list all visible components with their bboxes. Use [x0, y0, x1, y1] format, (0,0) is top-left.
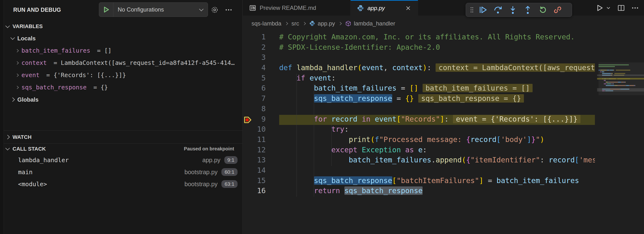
- views-and-more-actions-button[interactable]: [224, 5, 234, 15]
- gutter-line-11[interactable]: 11: [243, 135, 279, 146]
- gutter-line-5[interactable]: 5: [243, 74, 279, 84]
- gutter-line-6[interactable]: 6: [243, 84, 279, 94]
- step-over-button[interactable]: [490, 4, 506, 15]
- close-icon[interactable]: [405, 5, 412, 11]
- code-token: :: [422, 146, 427, 154]
- editor-group: Preview README.mdapp.py sqs-lambdasrcapp…: [243, 0, 644, 234]
- code-token: [: [575, 156, 579, 164]
- code-lines[interactable]: # Copyright Amazon.com, Inc. or its affi…: [279, 33, 595, 197]
- start-debugging-icon[interactable]: [99, 3, 113, 16]
- gutter-line-4[interactable]: 4: [243, 63, 279, 74]
- breadcrumb-item-lambda-handler[interactable]: lambda_handler: [345, 20, 395, 27]
- code-line-2[interactable]: # SPDX-License-Identifier: Apache-2.0: [279, 43, 595, 53]
- run-dropdown-chevron[interactable]: [606, 5, 611, 11]
- code-line-12[interactable]: except Exception as e:: [279, 146, 595, 156]
- code-line-4[interactable]: def lambda_handler(event, context):conte…: [279, 63, 595, 74]
- gripper-icon[interactable]: [468, 6, 476, 13]
- minimap-token: [609, 82, 618, 83]
- breadcrumb-item-app-py[interactable]: app.py: [309, 20, 335, 27]
- run-button[interactable]: [596, 3, 604, 12]
- breakpoint-paused-icon[interactable]: [243, 116, 252, 125]
- code-token: in: [362, 115, 370, 123]
- gutter-line-12[interactable]: 12: [243, 146, 279, 156]
- variable-row-batch-item-failures[interactable]: batch_item_failures = []: [0, 44, 242, 57]
- settings-gear-icon[interactable]: [210, 5, 220, 15]
- frame-function-name: lambda_handler: [18, 157, 69, 164]
- code-token: [358, 146, 362, 154]
- line-number: 8: [261, 105, 266, 113]
- code-token: ): [540, 135, 544, 144]
- minimap[interactable]: [598, 62, 644, 234]
- code-token: [358, 115, 362, 123]
- variable-row-event[interactable]: event = {'Records': [{...}]}: [0, 69, 242, 81]
- call-stack-header[interactable]: CALL STACK Paused on breakpoint: [0, 144, 242, 154]
- tab-preview-readme-md[interactable]: Preview README.md: [243, 0, 351, 16]
- code-token: if: [296, 74, 305, 82]
- minimap-line: [598, 82, 644, 83]
- debug-configuration-dropdown[interactable]: No Configurations: [99, 2, 208, 17]
- gutter-line-7[interactable]: 7: [243, 94, 279, 105]
- code-line-10[interactable]: try:: [279, 125, 595, 135]
- code-line-16[interactable]: return sqs_batch_response: [279, 186, 595, 197]
- code-token: sqs_batch_response: [314, 94, 392, 103]
- editor-tab-bar: Preview README.mdapp.py: [243, 0, 644, 16]
- chevron-expanded-icon: [5, 23, 10, 28]
- editor-gutter[interactable]: 12345678910111213141516: [243, 33, 279, 197]
- code-editor[interactable]: 12345678910111213141516 # Copyright Amaz…: [243, 31, 644, 234]
- gutter-line-1[interactable]: 1: [243, 33, 279, 43]
- code-line-7[interactable]: sqs_batch_response = {}sqs_batch_respons…: [279, 94, 595, 105]
- code-line-13[interactable]: batch_item_failures.append({"itemIdentif…: [279, 156, 595, 166]
- continue-button[interactable]: [476, 4, 490, 15]
- gutter-line-10[interactable]: 10: [243, 125, 279, 135]
- gutter-line-9[interactable]: 9: [243, 115, 279, 125]
- gutter-line-3[interactable]: 3: [243, 53, 279, 63]
- step-out-button[interactable]: [520, 4, 535, 15]
- split-editor-button[interactable]: [617, 4, 625, 12]
- variables-group-locals[interactable]: Locals: [0, 32, 242, 44]
- gutter-line-13[interactable]: 13: [243, 156, 279, 166]
- stack-frame-main[interactable]: mainbootstrap.py60:1: [0, 166, 242, 178]
- variable-row-sqs-batch-response[interactable]: sqs_batch_response = {}: [0, 81, 242, 94]
- code-line-9[interactable]: for record in event["Records"]:event = {…: [279, 115, 595, 125]
- code-token: "Processed message:: [379, 135, 466, 144]
- code-token: [: [392, 176, 396, 185]
- line-number: 9: [261, 115, 266, 123]
- breadcrumb-item-sqs-lambda[interactable]: sqs-lambda: [252, 20, 281, 27]
- code-line-11[interactable]: print(f"Processed message: {record['body…: [279, 135, 595, 146]
- stack-frame-lambda-handler[interactable]: lambda_handlerapp.py9:1: [0, 154, 242, 166]
- disconnect-button[interactable]: [550, 4, 565, 15]
- line-number: 12: [257, 146, 266, 154]
- gutter-line-8[interactable]: 8: [243, 105, 279, 115]
- variable-value: = {}: [90, 84, 108, 91]
- code-token: {: [466, 135, 470, 144]
- code-line-6[interactable]: batch_item_failures = []batch_item_failu…: [279, 84, 595, 94]
- step-into-button[interactable]: [506, 4, 520, 15]
- breadcrumb-item-src[interactable]: src: [292, 20, 299, 27]
- gutter-line-14[interactable]: 14: [243, 166, 279, 176]
- code-line-1[interactable]: # Copyright Amazon.com, Inc. or its affi…: [279, 33, 595, 43]
- python-icon: [357, 4, 364, 12]
- code-line-14[interactable]: [279, 166, 595, 176]
- code-line-3[interactable]: [279, 53, 595, 63]
- gutter-line-16[interactable]: 16: [243, 186, 279, 197]
- variable-row-context[interactable]: context = LambdaContext([aws_request_id=…: [0, 57, 242, 69]
- variables-header[interactable]: VARIABLES: [0, 21, 242, 32]
- minimap-gap: [613, 73, 614, 74]
- code-line-8[interactable]: [279, 105, 595, 115]
- more-actions-button[interactable]: [631, 4, 639, 12]
- tab-app-py[interactable]: app.py: [351, 0, 418, 16]
- code-line-5[interactable]: if event:: [279, 74, 595, 84]
- stack-frame-module[interactable]: <module>bootstrap.py63:1: [0, 178, 242, 190]
- breadcrumb-label: src: [292, 20, 299, 27]
- restart-button[interactable]: [535, 4, 550, 15]
- code-token: :: [344, 125, 349, 133]
- code-line-15[interactable]: sqs_batch_response["batchItemFailures"] …: [279, 176, 595, 187]
- gutter-line-2[interactable]: 2: [243, 43, 279, 53]
- minimap-token: [598, 73, 602, 74]
- code-token: except: [332, 146, 358, 154]
- watch-section-header[interactable]: WATCH: [0, 130, 242, 143]
- breadcrumb: sqs-lambdasrcapp.pylambda_handler: [243, 16, 644, 31]
- gutter-line-15[interactable]: 15: [243, 176, 279, 187]
- variables-group-globals[interactable]: Globals: [0, 94, 242, 106]
- minimap-token: [606, 85, 614, 86]
